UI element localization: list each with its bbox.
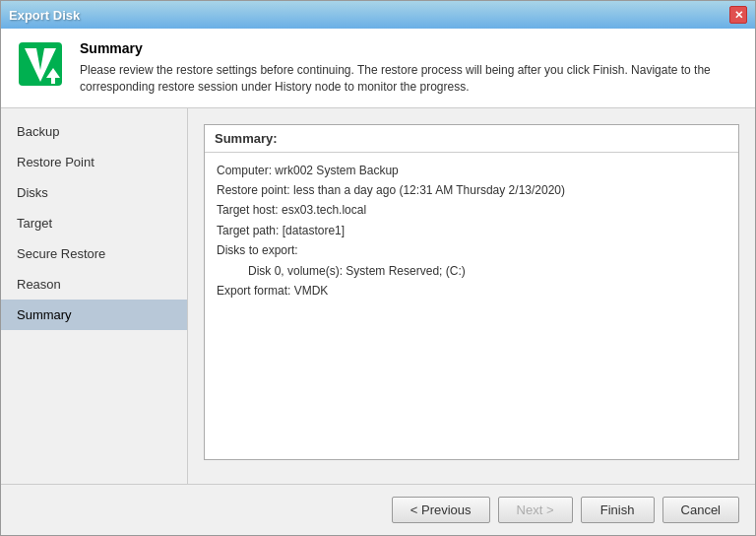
previous-button[interactable]: < Previous [392,497,490,523]
summary-line-3: Target path: [datastore1] [217,221,726,240]
sidebar-item-reason[interactable]: Reason [1,269,187,300]
next-button[interactable]: Next > [498,497,573,523]
header-description: Please review the restore settings befor… [80,62,739,96]
window-title: Export Disk [9,8,80,23]
sidebar-item-summary[interactable]: Summary [1,300,187,330]
header-area: Summary Please review the restore settin… [1,29,755,108]
header-text: Summary Please review the restore settin… [80,40,739,96]
header-title: Summary [80,40,739,56]
summary-box: Summary: Computer: wrk002 System Backup … [204,124,739,460]
veeam-icon [17,40,64,88]
close-icon: ✕ [734,9,743,22]
content-area: Backup Restore Point Disks Target Secure… [1,108,755,484]
sidebar-item-disks[interactable]: Disks [1,177,187,208]
finish-button[interactable]: Finish [581,497,655,523]
title-bar: Export Disk ✕ [1,1,755,29]
sidebar: Backup Restore Point Disks Target Secure… [1,108,188,484]
footer: < Previous Next > Finish Cancel [1,484,755,535]
export-disk-window: Export Disk ✕ Summary Please review the … [0,0,756,536]
sidebar-item-target[interactable]: Target [1,208,187,238]
summary-line-1: Restore point: less than a day ago (12:3… [217,180,726,200]
cancel-button[interactable]: Cancel [662,497,739,523]
sidebar-item-backup[interactable]: Backup [1,116,187,147]
summary-label: Summary: [205,125,738,153]
summary-line-0: Computer: wrk002 System Backup [217,161,726,180]
summary-line-2: Target host: esx03.tech.local [217,200,726,220]
sidebar-item-restore-point[interactable]: Restore Point [1,147,187,177]
summary-content: Computer: wrk002 System Backup Restore p… [205,153,738,459]
sidebar-item-secure-restore[interactable]: Secure Restore [1,238,187,269]
summary-line-5: Disk 0, volume(s): System Reserved; (C:) [217,261,726,281]
summary-line-6: Export format: VMDK [217,281,726,301]
summary-line-4: Disks to export: [217,240,726,260]
main-content: Summary: Computer: wrk002 System Backup … [188,108,755,484]
close-button[interactable]: ✕ [729,6,747,24]
